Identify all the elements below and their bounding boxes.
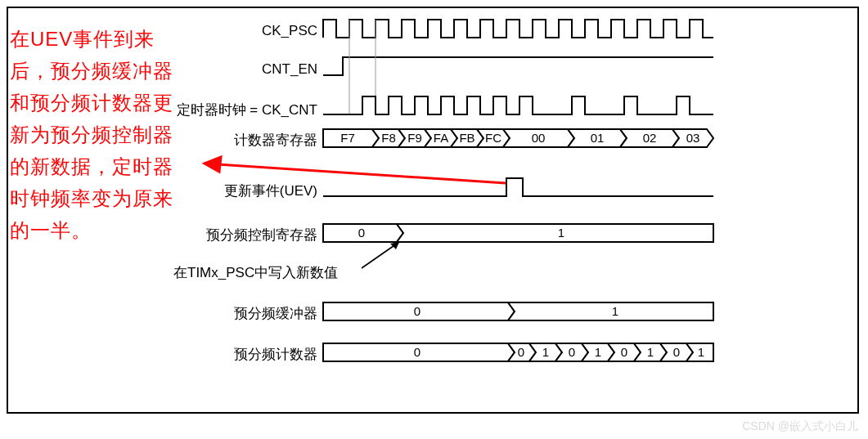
psc-buf-after: 1	[612, 304, 618, 318]
psc-cnt-v: 1	[542, 345, 549, 359]
psc-cnt-v: 0	[518, 345, 524, 359]
label-uev: 更新事件(UEV)	[224, 181, 317, 200]
label-cnt-en: CNT_EN	[262, 61, 317, 78]
cnt-val: FB	[459, 131, 474, 145]
cnt-val: F9	[407, 131, 422, 145]
uev-wave	[323, 178, 713, 196]
label-ck-psc: CK_PSC	[262, 23, 317, 39]
label-psc-buf: 预分频缓冲器	[234, 304, 317, 323]
ck-cnt-wave	[323, 96, 713, 114]
ck-psc-wave	[323, 20, 713, 38]
label-ck-cnt: 定时器时钟 = CK_CNT	[177, 101, 317, 119]
label-psc-ctrl: 预分频控制寄存器	[206, 226, 317, 244]
cnt-val: 00	[532, 131, 546, 145]
psc-buf-track	[323, 302, 713, 320]
cnt-val: F7	[340, 131, 355, 145]
psc-ctrl-before: 0	[358, 226, 365, 240]
psc-cnt-v: 1	[698, 345, 704, 359]
cnt-val: F8	[381, 131, 396, 145]
watermark: CSDN @嵌入式小白儿	[742, 419, 858, 434]
psc-cnt-v: 1	[595, 345, 601, 359]
psc-ctrl-track	[323, 224, 713, 242]
label-psc-cnt: 预分频计数器	[234, 345, 317, 364]
cnt-en-wave	[323, 57, 713, 75]
psc-cnt-v: 0	[569, 345, 575, 359]
cnt-val: 01	[591, 131, 605, 145]
svg-marker-3	[390, 242, 399, 249]
psc-buf-before: 0	[414, 304, 421, 318]
psc-ctrl-after: 1	[558, 226, 564, 240]
cnt-val: 03	[686, 131, 700, 145]
psc-cnt-v: 1	[647, 345, 654, 359]
cnt-val: FA	[434, 131, 448, 145]
label-psc-write: 在TIMx_PSC中写入新数值	[173, 263, 338, 282]
svg-line-4	[205, 164, 506, 183]
psc-cnt-v: 0	[673, 345, 680, 359]
label-counter-reg: 计数器寄存器	[234, 131, 317, 150]
psc-cnt-v: 0	[621, 345, 627, 359]
cnt-val: FC	[485, 131, 501, 145]
svg-marker-5	[205, 157, 221, 172]
cnt-val: 02	[643, 131, 657, 145]
psc-cnt-before: 0	[414, 345, 421, 359]
red-arrow	[205, 157, 506, 183]
